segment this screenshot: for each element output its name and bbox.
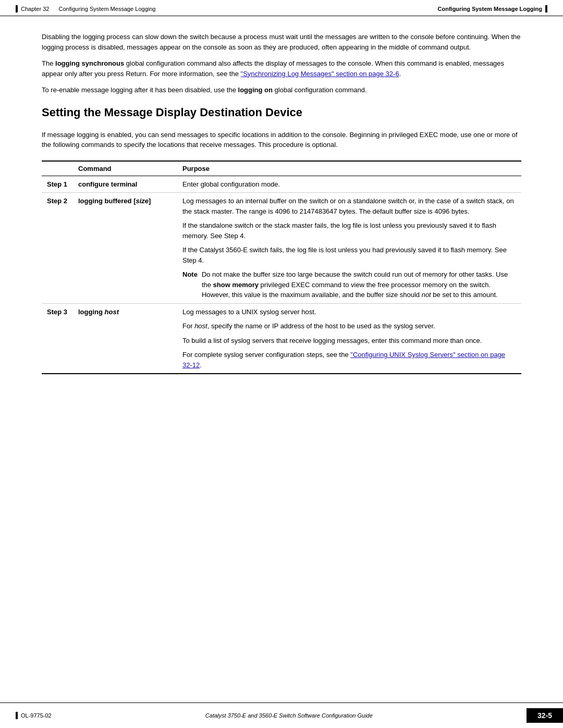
intro-para3-prefix: To re-enable message logging after it ha… [42,86,238,94]
header-left: Chapter 32 Configuring System Message Lo… [16,5,155,13]
step2-note: Note Do not make the buffer size too lar… [182,269,516,300]
col-header-command: Command [73,161,177,176]
step3-purpose-p4: For complete syslog server configuration… [182,350,516,370]
unix-syslog-link[interactable]: "Configuring UNIX Syslog Servers" sectio… [182,351,505,369]
step3-purpose-p2: For host, specify the name or IP address… [182,321,516,331]
step2-purpose: Log messages to an internal buffer on th… [177,193,521,304]
intro-paragraphs: Disabling the logging process can slow d… [42,32,521,95]
footer-center-text: Catalyst 3750-E and 3560-E Switch Softwa… [205,712,373,719]
step2-purpose-p1: Log messages to an internal buffer on th… [182,196,516,216]
section-intro: If message logging is enabled, you can s… [42,130,521,150]
intro-para3-suffix: global configuration command. [273,86,367,94]
page-footer: OL-9775-02 Catalyst 3750-E and 3560-E Sw… [0,702,563,728]
header-bar-right [545,5,547,13]
step1-purpose: Enter global configuration mode. [177,176,521,193]
intro-para3-bold: logging on [238,86,273,94]
footer-bar-left [16,712,18,719]
col-header-purpose: Purpose [177,161,521,176]
intro-para3: To re-enable message logging after it ha… [42,85,521,95]
step1-command: configure terminal [73,176,177,193]
intro-para2-suffix: . [399,70,401,78]
page-header: Chapter 32 Configuring System Message Lo… [0,0,563,16]
step1-label: Step 1 [42,176,73,193]
table-row: Step 2 logging buffered [size] Log messa… [42,193,521,304]
note-label: Note [182,269,198,300]
header-chapter-title: Configuring System Message Logging [59,6,156,12]
intro-para2-bold: logging synchronous [55,59,124,67]
step2-label: Step 2 [42,193,73,304]
header-chapter-label: Chapter 32 [21,6,49,12]
step3-label: Step 3 [42,303,73,374]
sync-log-link[interactable]: "Synchronizing Log Messages" section on … [241,70,399,78]
table-header-row: Command Purpose [42,161,521,176]
main-content: Disabling the logging process can slow d… [0,16,563,400]
intro-para2-prefix: The [42,59,55,67]
command-table: Command Purpose Step 1 configure termina… [42,161,521,375]
table-row: Step 1 configure terminal Enter global c… [42,176,521,193]
step1-purpose-text: Enter global configuration mode. [182,179,516,190]
step3-purpose-p1: Log messages to a UNIX syslog server hos… [182,307,516,317]
step3-purpose-p3: To build a list of syslog servers that r… [182,336,516,346]
footer-left: OL-9775-02 [16,712,52,719]
step3-command: logging host [73,303,177,374]
header-right: Configuring System Message Logging [438,5,547,13]
footer-page-number: 32-5 [527,708,563,723]
intro-para1: Disabling the logging process can slow d… [42,32,521,52]
section-heading: Setting the Message Display Destination … [42,106,521,119]
note-text: Do not make the buffer size too large be… [202,269,516,300]
footer-doc-id: OL-9775-02 [21,712,52,719]
step3-purpose: Log messages to a UNIX syslog server hos… [177,303,521,374]
table-row: Step 3 logging host Log messages to a UN… [42,303,521,374]
step2-command: logging buffered [size] [73,193,177,304]
col-header-empty [42,161,73,176]
step2-purpose-p2: If the standalone switch or the stack ma… [182,220,516,241]
footer-center: Catalyst 3750-E and 3560-E Switch Softwa… [52,712,527,719]
header-right-title: Configuring System Message Logging [438,6,542,12]
header-bar-left [16,5,18,13]
step2-purpose-p3: If the Catalyst 3560-E switch fails, the… [182,245,516,265]
intro-para2: The logging synchronous global configura… [42,58,521,79]
